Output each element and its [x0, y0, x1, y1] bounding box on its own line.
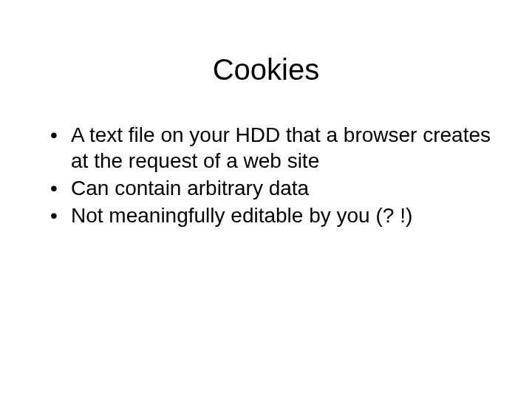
slide-container: Cookies A text file on your HDD that a b… — [0, 53, 532, 399]
bullet-item: Can contain arbitrary data — [50, 175, 502, 201]
bullet-item: A text file on your HDD that a browser c… — [50, 122, 502, 174]
bullet-list: A text file on your HDD that a browser c… — [50, 122, 502, 228]
slide-title: Cookies — [0, 53, 532, 86]
slide-content: A text file on your HDD that a browser c… — [0, 122, 532, 228]
bullet-item: Not meaningfully editable by you (? !) — [50, 202, 502, 228]
